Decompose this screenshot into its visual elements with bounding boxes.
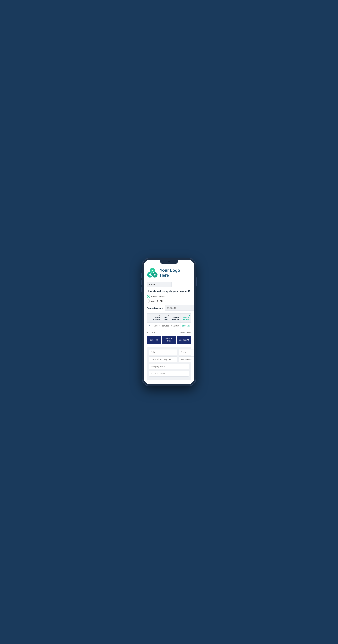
phone-notch (160, 260, 178, 264)
th-amount-to-pay-label: Amount To Pay (182, 316, 190, 321)
phone-frame: Your Logo Here How should we apply your … (142, 258, 196, 386)
radio-specific-invoice[interactable]: Specific Invoice (147, 295, 191, 298)
filter-invoice-icon[interactable] (159, 315, 160, 316)
row-amount-to-pay[interactable]: $1,374.15 (181, 322, 191, 329)
payment-question-heading: How should we apply your payment? (147, 290, 191, 293)
th-amount-to-pay: Amount To Pay (181, 314, 191, 322)
row-checkbox[interactable]: ✓ (147, 322, 152, 329)
pagination: « ‹ 1 › » 1 -1 of 1 items (147, 331, 191, 333)
email-input[interactable] (149, 356, 177, 362)
payment-method-radio-group: Specific Invoice Apply To Oldest (147, 295, 191, 302)
pagination-current: 1 (150, 331, 151, 333)
pagination-first[interactable]: « (147, 331, 148, 333)
filter-amount-to-pay-icon[interactable] (189, 315, 190, 316)
row-invoice-number: 123456 (152, 322, 161, 329)
radio-apply-oldest-label: Apply To Oldest (151, 300, 166, 302)
select-all-due-button[interactable]: Select All Due (162, 336, 176, 344)
address-row (149, 371, 189, 376)
contact-row (149, 356, 189, 362)
select-all-button[interactable]: Select All (147, 336, 161, 344)
th-original-amount-label: Original Amount (171, 316, 180, 321)
phone-screen: Your Logo Here How should we apply your … (144, 260, 194, 384)
account-number-input[interactable] (147, 282, 172, 287)
name-row (149, 349, 189, 355)
pagination-next[interactable]: › (152, 331, 153, 333)
invoice-table: Invoice Number Due Date (147, 314, 191, 329)
company-input[interactable] (149, 364, 189, 370)
table-row: ✓ 123456 12/12/21 $1,374.15 $1,374.15 (147, 322, 191, 329)
th-due-date: Due Date (161, 314, 170, 322)
checkmark-icon: ✓ (148, 324, 150, 327)
logo-text: Your Logo Here (160, 268, 180, 278)
filter-original-amount-icon[interactable] (178, 315, 180, 316)
pagination-last[interactable]: » (154, 331, 155, 333)
radio-apply-oldest-circle[interactable] (147, 300, 150, 302)
radio-specific-invoice-label: Specific Invoice (151, 296, 166, 298)
payment-amount-input[interactable] (165, 305, 194, 311)
row-original-amount: $1,374.15 (170, 322, 181, 329)
th-invoice-number: Invoice Number (152, 314, 161, 322)
th-checkbox (147, 314, 152, 322)
action-buttons: Select All Select All Due Unselect All (147, 336, 191, 344)
radio-specific-invoice-circle[interactable] (147, 295, 150, 298)
th-original-amount: Original Amount (170, 314, 181, 322)
camera (168, 261, 170, 262)
payment-amount-label: Payment Amount* (147, 307, 163, 309)
logo-icon (147, 267, 158, 278)
th-due-date-label: Due Date (162, 316, 169, 321)
logo-section: Your Logo Here (147, 266, 191, 278)
company-row (149, 364, 189, 370)
phone-input[interactable] (179, 356, 194, 362)
logo-line1: Your Logo (160, 268, 180, 273)
screen-content: Your Logo Here How should we apply your … (144, 260, 194, 384)
th-invoice-number-label: Invoice Number (153, 316, 160, 321)
pagination-controls: « ‹ 1 › » (147, 331, 155, 333)
payment-amount-row: Payment Amount* (147, 305, 191, 311)
row-due-date: 12/12/21 (161, 322, 170, 329)
pagination-info: 1 -1 of 1 items (180, 331, 191, 333)
radio-apply-oldest[interactable]: Apply To Oldest (147, 300, 191, 302)
last-name-input[interactable] (179, 349, 194, 355)
address-input[interactable] (149, 371, 189, 376)
unselect-all-button[interactable]: Unselect All (177, 336, 191, 344)
first-name-input[interactable] (149, 349, 177, 355)
logo-line2: Here (160, 273, 180, 278)
filter-due-date-icon[interactable] (168, 315, 169, 316)
contact-form (147, 347, 191, 380)
pagination-prev[interactable]: ‹ (149, 331, 149, 333)
